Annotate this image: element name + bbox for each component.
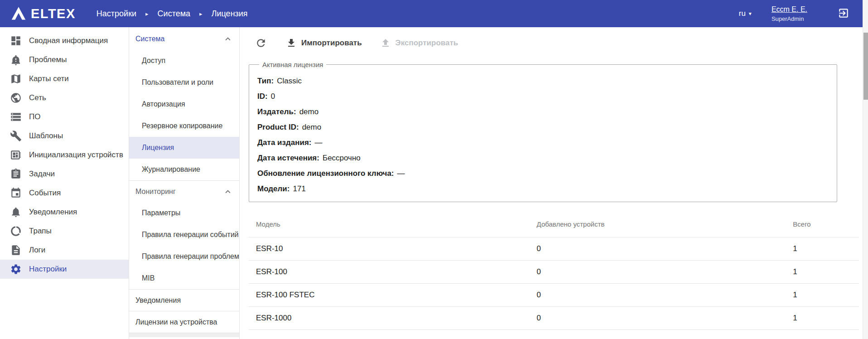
- submenu-clipped-row: [129, 333, 239, 337]
- license-field-value: demo: [299, 107, 319, 116]
- export-button[interactable]: Экспортировать: [380, 38, 458, 48]
- table-row[interactable]: ESR-100001: [249, 307, 859, 330]
- user-name-link[interactable]: Eccm E. E.: [772, 5, 807, 14]
- import-button[interactable]: Импортировать: [286, 38, 362, 48]
- problems-icon: [10, 54, 22, 66]
- submenu-item[interactable]: Авторизация: [129, 93, 239, 115]
- license-field-value: Бессрочно: [323, 154, 361, 162]
- license-field-label: Модели: [257, 184, 290, 193]
- license-field: Модели171: [257, 184, 829, 194]
- language-selector[interactable]: ru ▾: [739, 9, 752, 18]
- bell-icon: [10, 206, 22, 218]
- table-column-header: Модель: [249, 214, 530, 237]
- sidebar-item-1[interactable]: Сводная информация: [0, 31, 129, 50]
- submenu-item[interactable]: Лицензия: [129, 137, 239, 159]
- submenu-item[interactable]: Журналирование: [129, 159, 239, 180]
- table-cell: ESR-1000: [249, 307, 530, 330]
- page-scrollbar[interactable]: [863, 0, 868, 339]
- brand-logo[interactable]: ELTEX: [11, 6, 76, 21]
- submenu-item[interactable]: Правила генерации событий: [129, 224, 239, 246]
- sidebar-item-label: Сводная информация: [29, 36, 108, 45]
- license-field-label: Издатель: [257, 107, 296, 116]
- sidebar-item-label: События: [29, 189, 61, 198]
- submenu-item[interactable]: MIB: [129, 267, 239, 289]
- breadcrumb: Настройки▸Система▸Лицензия: [96, 9, 248, 19]
- settings-submenu: СистемаДоступПользователи и ролиАвториза…: [129, 27, 240, 339]
- map-icon: [10, 73, 22, 85]
- submenu-section-header[interactable]: Система: [129, 28, 239, 50]
- license-field-label: Product ID: [257, 123, 299, 131]
- table-cell: 0: [530, 237, 786, 261]
- sidebar-item-6[interactable]: Шаблоны: [0, 126, 129, 145]
- license-field-value: —: [397, 169, 405, 178]
- sidebar-item-7[interactable]: Инициализация устройств: [0, 145, 129, 165]
- table-cell: 1: [786, 237, 859, 261]
- sidebar-item-label: ПО: [29, 112, 40, 121]
- chevron-right-icon: ▸: [145, 10, 149, 17]
- table-row[interactable]: ESR-1001: [249, 237, 859, 261]
- refresh-button[interactable]: [254, 36, 268, 50]
- submenu-item[interactable]: Параметры: [129, 202, 239, 224]
- license-field-value: 0: [271, 92, 275, 101]
- submenu-item[interactable]: Доступ: [129, 50, 239, 72]
- license-field-label: ID: [257, 92, 268, 101]
- license-field-label: Обновление лицензионного ключа: [257, 169, 394, 178]
- sidebar-item-label: Карты сети: [29, 74, 69, 83]
- submenu-section-header[interactable]: Мониторинг: [129, 180, 239, 202]
- table-cell: 1: [786, 261, 859, 284]
- submenu-section-label: Мониторинг: [135, 188, 176, 196]
- sidebar-item-label: Настройки: [29, 265, 67, 274]
- breadcrumb-item[interactable]: Лицензия: [212, 9, 248, 19]
- chevron-up-icon: [223, 34, 233, 44]
- main-content: Импортировать Экспортировать Активная ли…: [240, 27, 863, 339]
- logout-button[interactable]: [836, 6, 851, 21]
- sidebar-item-label: Задачи: [29, 170, 55, 179]
- submenu-link[interactable]: Уведомления: [129, 289, 239, 311]
- submenu-link[interactable]: Лицензии на устройства: [129, 311, 239, 333]
- sidebar-item-label: Сеть: [29, 93, 46, 102]
- license-field-label: Тип: [257, 77, 274, 85]
- sidebar-item-11[interactable]: Трапы: [0, 222, 129, 241]
- table-cell: ESR-10: [249, 237, 530, 261]
- models-table: МодельДобавлено устройствВсего ESR-1001E…: [249, 214, 859, 330]
- submenu-item[interactable]: Правила генерации проблем: [129, 246, 239, 267]
- license-field-label: Дата издания: [257, 138, 312, 147]
- brand-name: ELTEX: [31, 6, 76, 21]
- download-icon: [286, 38, 297, 48]
- table-column-header: Добавлено устройств: [530, 214, 786, 237]
- sidebar-item-3[interactable]: Карты сети: [0, 69, 129, 88]
- user-info: Eccm E. E. SuperAdmin: [772, 5, 807, 22]
- license-field: Издательdemo: [257, 107, 829, 116]
- table-row[interactable]: ESR-10001: [249, 261, 859, 284]
- sidebar-item-13[interactable]: Настройки: [0, 260, 129, 279]
- license-field: Обновление лицензионного ключа—: [257, 169, 829, 178]
- table-cell: ESR-100 FSTEC: [249, 284, 530, 307]
- table-cell: 0: [530, 284, 786, 307]
- sidebar-item-2[interactable]: Проблемы: [0, 50, 129, 69]
- tasks-icon: [10, 168, 22, 180]
- table-row[interactable]: ESR-100 FSTEC01: [249, 284, 859, 307]
- license-field-label: Дата истечения: [257, 154, 319, 162]
- table-cell: 0: [530, 261, 786, 284]
- breadcrumb-item[interactable]: Настройки: [96, 9, 136, 19]
- language-label: ru: [739, 9, 746, 18]
- license-field-value: demo: [302, 123, 322, 131]
- wrench-icon: [10, 130, 22, 142]
- sidebar-item-4[interactable]: Сеть: [0, 88, 129, 107]
- sidebar-item-9[interactable]: События: [0, 184, 129, 203]
- user-role: SuperAdmin: [772, 15, 807, 22]
- table-cell: 1: [786, 284, 859, 307]
- submenu-section-label: Система: [135, 35, 164, 43]
- submenu-item[interactable]: Резервное копирование: [129, 115, 239, 137]
- scrollbar-thumb[interactable]: [863, 33, 868, 100]
- license-field: Дата истеченияБессрочно: [257, 154, 829, 163]
- globe-icon: [10, 92, 22, 104]
- breadcrumb-item[interactable]: Система: [158, 9, 191, 19]
- sidebar-item-8[interactable]: Задачи: [0, 165, 129, 184]
- submenu-item[interactable]: Пользователи и роли: [129, 72, 239, 93]
- sidebar-item-10[interactable]: Уведомления: [0, 203, 129, 222]
- sidebar-item-5[interactable]: ПО: [0, 107, 129, 126]
- gear-icon: [10, 263, 22, 275]
- logs-icon: [10, 244, 22, 256]
- sidebar-item-12[interactable]: Логи: [0, 241, 129, 260]
